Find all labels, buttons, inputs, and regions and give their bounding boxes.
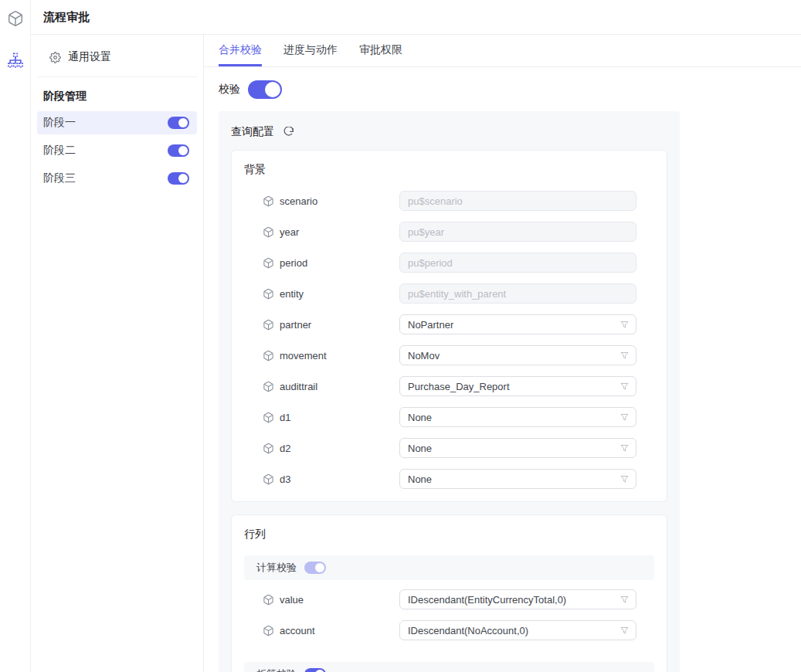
field-row-entity: entity — [244, 283, 654, 304]
field-label: value — [263, 594, 304, 606]
page-header: 流程审批 — [31, 0, 801, 35]
field-row-movement: movement NoMov — [244, 345, 654, 365]
stage-2-label: 阶段二 — [43, 144, 76, 158]
gear-icon — [49, 52, 61, 63]
toggle-knob — [178, 118, 188, 127]
dimension-cube-icon — [263, 257, 274, 269]
dimension-cube-icon — [263, 350, 274, 361]
calc-validation-toggle[interactable] — [304, 562, 326, 574]
field-label: audittrail — [263, 381, 317, 392]
sidebar-item-stage-2[interactable]: 阶段二 — [37, 139, 197, 162]
field-row-period: period — [244, 253, 654, 273]
sidebar-divider — [37, 76, 197, 77]
field-row-d2: d2 None — [244, 438, 654, 458]
toggle-knob — [178, 174, 188, 183]
d2-select[interactable]: None — [399, 438, 636, 458]
account-select[interactable]: IDescendant(NoAccount,0) — [399, 620, 636, 640]
query-config-title: 查询配置 — [231, 125, 274, 139]
filter-funnel-icon[interactable] — [619, 626, 630, 636]
field-row-d3: d3 None — [244, 469, 654, 489]
toggle-knob — [315, 563, 324, 572]
field-row-partner: partner NoPartner — [244, 314, 654, 334]
field-label: entity — [263, 288, 304, 300]
field-row-year: year — [244, 222, 654, 242]
app-screen: 流程审批 通用设置 阶段管理 阶段一 阶段二 阶段三 — [0, 0, 801, 672]
stage-1-label: 阶段一 — [43, 116, 76, 130]
rowcol-section-card: 行列 计算校验 value IDescendant(EntityCurrency… — [231, 514, 667, 672]
partner-select[interactable]: NoPartner — [399, 314, 636, 334]
dimension-cube-icon — [263, 381, 274, 392]
field-label: period — [263, 257, 307, 269]
filter-funnel-icon[interactable] — [619, 474, 630, 484]
conversion-validation-toggle[interactable] — [304, 668, 326, 672]
filter-funnel-icon[interactable] — [619, 412, 630, 423]
field-row-value: value IDescendant(EntityCurrencyTotal,0) — [244, 589, 654, 609]
icon-rail — [0, 0, 31, 672]
query-config-panel: 查询配置 背景 scenario year — [219, 111, 680, 672]
tab-bar: 合并校验 进度与动作 审批权限 — [204, 35, 801, 67]
calc-validation-row: 计算校验 — [244, 555, 654, 580]
dimension-cube-icon — [263, 195, 274, 207]
refresh-icon[interactable] — [282, 127, 294, 138]
background-section-card: 背景 scenario year period entity — [231, 150, 667, 502]
field-label: d1 — [263, 412, 290, 423]
filter-funnel-icon[interactable] — [619, 443, 630, 453]
field-row-audittrail: audittrail Purchase_Day_Report — [244, 376, 654, 396]
period-input — [399, 253, 636, 273]
dimension-cube-icon — [263, 473, 274, 485]
validation-toggle-row: 校验 — [219, 78, 801, 101]
main-content: 合并校验 进度与动作 审批权限 校验 查询配置 背景 — [204, 35, 801, 672]
filter-funnel-icon[interactable] — [619, 595, 630, 605]
app-logo-cube-icon[interactable] — [0, 3, 31, 34]
field-label: d3 — [263, 473, 290, 485]
dimension-cube-icon — [263, 319, 274, 331]
validation-label: 校验 — [219, 83, 240, 97]
dimension-cube-icon — [263, 443, 274, 454]
dimension-cube-icon — [263, 625, 274, 636]
workflow-hierarchy-icon[interactable] — [0, 45, 31, 76]
d3-select[interactable]: None — [399, 469, 636, 489]
stage-section-title: 阶段管理 — [43, 90, 203, 104]
field-label: account — [263, 625, 315, 636]
dimension-cube-icon — [263, 412, 274, 423]
rowcol-section-title: 行列 — [244, 528, 654, 541]
conversion-validation-label: 折算校验 — [256, 667, 297, 672]
field-label: movement — [263, 350, 327, 361]
toggle-knob — [178, 146, 188, 155]
background-section-title: 背景 — [244, 163, 654, 177]
tab-progress-actions[interactable]: 进度与动作 — [283, 35, 338, 66]
entity-input — [399, 283, 636, 304]
calc-validation-label: 计算校验 — [256, 561, 297, 575]
validation-toggle[interactable] — [248, 80, 282, 99]
filter-funnel-icon[interactable] — [619, 382, 630, 392]
value-select[interactable]: IDescendant(EntityCurrencyTotal,0) — [399, 589, 636, 609]
dimension-cube-icon — [263, 594, 274, 606]
toggle-knob — [265, 82, 280, 97]
tab-merge-validation[interactable]: 合并校验 — [219, 35, 262, 66]
stage-2-toggle[interactable] — [168, 144, 189, 157]
field-label: d2 — [263, 443, 290, 454]
field-row-account: account IDescendant(NoAccount,0) — [244, 620, 654, 640]
stage-3-toggle[interactable] — [168, 172, 189, 185]
field-label: scenario — [263, 195, 317, 207]
sidebar-item-stage-1[interactable]: 阶段一 — [37, 111, 197, 134]
filter-funnel-icon[interactable] — [619, 351, 630, 361]
stage-3-label: 阶段三 — [43, 171, 76, 185]
sidebar-item-general-settings[interactable]: 通用设置 — [31, 42, 203, 72]
tab-approval-permissions[interactable]: 审批权限 — [359, 35, 402, 66]
page-title: 流程审批 — [43, 10, 90, 25]
d1-select[interactable]: None — [399, 407, 636, 427]
field-label: year — [263, 226, 299, 238]
movement-select[interactable]: NoMov — [399, 345, 636, 365]
query-config-header: 查询配置 — [231, 125, 667, 139]
dimension-cube-icon — [263, 288, 274, 300]
stage-list: 阶段一 阶段二 阶段三 — [31, 111, 203, 190]
dimension-cube-icon — [263, 226, 274, 238]
scenario-input — [399, 191, 636, 211]
stage-1-toggle[interactable] — [168, 117, 189, 129]
field-label: partner — [263, 319, 311, 331]
year-input — [399, 222, 636, 242]
filter-funnel-icon[interactable] — [619, 320, 630, 330]
audittrail-select[interactable]: Purchase_Day_Report — [399, 376, 636, 396]
sidebar-item-stage-3[interactable]: 阶段三 — [37, 167, 197, 190]
